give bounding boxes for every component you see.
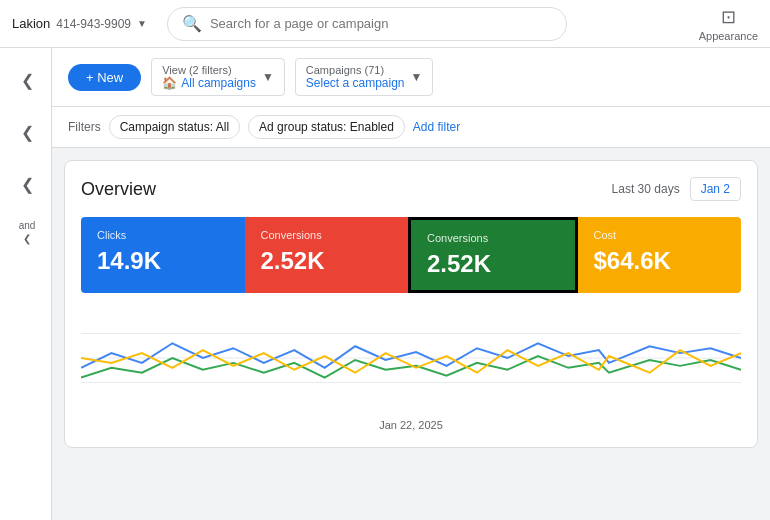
campaign-filter-selected: Select a campaign [306, 76, 405, 90]
campaign-filter-label: Campaigns (71) [306, 64, 405, 76]
conversions-1-value: 2.52K [261, 247, 393, 275]
account-phone-text: 414-943-9909 [56, 17, 131, 31]
metric-card-clicks[interactable]: Clicks 14.9K [81, 217, 245, 293]
clicks-value: 14.9K [97, 247, 229, 275]
account-chevron-icon: ▼ [137, 18, 147, 29]
new-button[interactable]: + New [68, 64, 141, 91]
conversions-1-label: Conversions [261, 229, 393, 241]
cost-label: Cost [594, 229, 726, 241]
main-layout: ❮ ❮ ❮ and ❮ + New View (2 filters) 🏠 All… [0, 48, 770, 520]
chevron-icon-2: ❮ [21, 175, 34, 194]
top-navigation: Lakion 414-943-9909 ▼ 🔍 ⊡ Appearance [0, 0, 770, 48]
search-input[interactable] [210, 16, 552, 31]
account-selector[interactable]: Lakion 414-943-9909 ▼ [12, 16, 147, 31]
view-filter-chevron-icon: ▼ [262, 70, 274, 84]
and-label: and [19, 220, 36, 231]
chart-date-label: Jan 22, 2025 [379, 419, 443, 431]
metric-card-conversions-1[interactable]: Conversions 2.52K [245, 217, 409, 293]
chart-container: Jan 22, 2025 [81, 301, 741, 431]
metric-card-conversions-2[interactable]: Conversions 2.52K [408, 217, 578, 293]
main-content: + New View (2 filters) 🏠 All campaigns ▼… [52, 48, 770, 520]
overview-header: Overview Last 30 days Jan 2 [81, 177, 741, 201]
sidebar-item-and[interactable]: and ❮ [0, 212, 51, 252]
filter-chip-ad-group-status[interactable]: Ad group status: Enabled [248, 115, 405, 139]
home-icon: 🏠 [162, 76, 177, 90]
filters-bar: Filters Campaign status: All Ad group st… [52, 107, 770, 148]
overview-chart [81, 309, 741, 407]
appearance-icon: ⊡ [721, 6, 736, 28]
chevron-icon-1: ❮ [21, 123, 34, 142]
filters-label: Filters [68, 120, 101, 134]
view-filter-selected: 🏠 All campaigns [162, 76, 256, 90]
sidebar-item-2[interactable]: ❮ [0, 160, 51, 208]
campaign-filter-dropdown[interactable]: Campaigns (71) Select a campaign ▼ [295, 58, 434, 96]
date-range-label: Last 30 days [612, 182, 680, 196]
overview-section: Overview Last 30 days Jan 2 Clicks 14.9K… [64, 160, 758, 448]
conversions-2-label: Conversions [427, 232, 559, 244]
sidebar-item-1[interactable]: ❮ [0, 108, 51, 156]
campaign-filter-chevron-icon: ▼ [411, 70, 423, 84]
sidebar: ❮ ❮ ❮ and ❮ [0, 48, 52, 520]
appearance-label: Appearance [699, 30, 758, 42]
cost-value: $64.6K [594, 247, 726, 275]
chart-line-green [81, 356, 741, 378]
search-bar[interactable]: 🔍 [167, 7, 567, 41]
sidebar-item-0[interactable]: ❮ [0, 56, 51, 104]
conversions-2-value: 2.52K [427, 250, 559, 278]
search-icon: 🔍 [182, 14, 202, 33]
date-range-button[interactable]: Jan 2 [690, 177, 741, 201]
view-filter-dropdown[interactable]: View (2 filters) 🏠 All campaigns ▼ [151, 58, 285, 96]
date-range: Last 30 days Jan 2 [612, 177, 741, 201]
metric-cards: Clicks 14.9K Conversions 2.52K Conversio… [81, 217, 741, 293]
add-filter-button[interactable]: Add filter [413, 120, 460, 134]
view-filter-label: View (2 filters) [162, 64, 256, 76]
filter-chip-campaign-status-text: Campaign status: All [120, 120, 229, 134]
filter-chip-campaign-status[interactable]: Campaign status: All [109, 115, 240, 139]
filter-chip-ad-group-status-text: Ad group status: Enabled [259, 120, 394, 134]
clicks-label: Clicks [97, 229, 229, 241]
nav-right: ⊡ Appearance [699, 6, 758, 42]
account-name-text: Lakion [12, 16, 50, 31]
metric-card-cost[interactable]: Cost $64.6K [578, 217, 742, 293]
appearance-button[interactable]: ⊡ Appearance [699, 6, 758, 42]
chevron-icon-0: ❮ [21, 71, 34, 90]
overview-title: Overview [81, 179, 156, 200]
and-chevron-icon: ❮ [23, 233, 31, 244]
toolbar: + New View (2 filters) 🏠 All campaigns ▼… [52, 48, 770, 107]
